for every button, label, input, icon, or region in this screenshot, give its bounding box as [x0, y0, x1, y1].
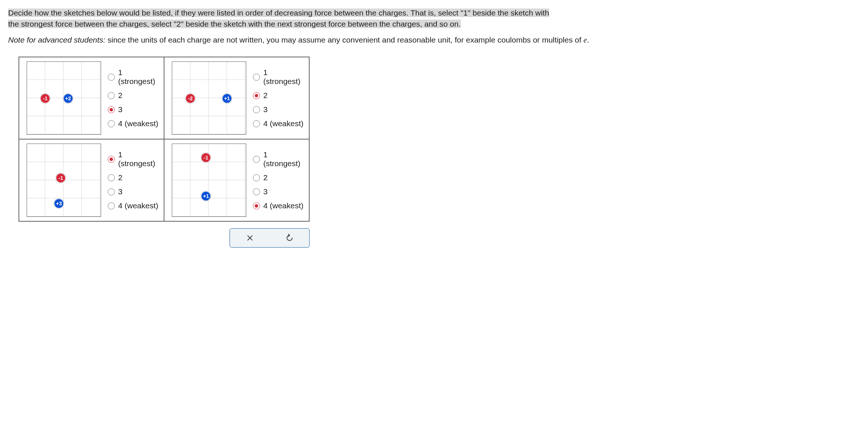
rank-options: 1 (strongest)234 (weakest) — [253, 68, 305, 128]
instruction-line-2: the strongest force between the charges,… — [8, 20, 461, 28]
grid-row: -1+31 (strongest)234 (weakest)-1+11 (str… — [19, 139, 309, 221]
rank-option[interactable]: 2 — [253, 91, 305, 100]
action-bar — [230, 228, 310, 248]
rank-option[interactable]: 2 — [253, 173, 305, 182]
positive-charge: +3 — [54, 199, 64, 208]
radio-button[interactable] — [253, 74, 260, 81]
negative-charge: -1 — [201, 153, 211, 162]
instructions-text: Decide how the sketches below would be l… — [8, 7, 860, 30]
radio-button[interactable] — [108, 188, 115, 195]
charge-sketch: -1+1 — [172, 144, 246, 217]
rank-option[interactable]: 2 — [108, 173, 160, 182]
close-icon — [247, 235, 253, 241]
rank-option-label: 3 — [118, 105, 123, 114]
radio-button[interactable] — [108, 74, 115, 81]
rank-option-label: 4 (weakest) — [118, 119, 158, 128]
negative-charge: -2 — [186, 94, 195, 103]
negative-charge: -1 — [56, 173, 66, 183]
rank-option-label: 1 (strongest) — [263, 68, 305, 86]
rank-option[interactable]: 4 (weakest) — [108, 201, 160, 210]
rank-option[interactable]: 1 (strongest) — [108, 150, 160, 168]
sketch-grid: -1+21 (strongest)234 (weakest)-2+11 (str… — [19, 57, 310, 222]
negative-charge: -1 — [40, 94, 50, 103]
note-body-b: . — [587, 36, 589, 44]
rank-option[interactable]: 3 — [253, 105, 305, 114]
sketch-cell: -2+11 (strongest)234 (weakest) — [164, 57, 309, 139]
rank-option[interactable]: 1 (strongest) — [253, 150, 305, 168]
rank-options: 1 (strongest)234 (weakest) — [253, 150, 305, 210]
rank-option[interactable]: 3 — [253, 187, 305, 196]
rank-option-label: 1 (strongest) — [118, 150, 160, 168]
radio-button[interactable] — [108, 174, 115, 181]
sketch-cell: -1+31 (strongest)234 (weakest) — [19, 139, 164, 221]
grid-row: -1+21 (strongest)234 (weakest)-2+11 (str… — [19, 57, 309, 139]
rank-option-label: 2 — [263, 173, 268, 182]
note-text: Note for advanced students: since the un… — [8, 34, 860, 46]
radio-button[interactable] — [253, 156, 260, 163]
rank-options: 1 (strongest)234 (weakest) — [108, 150, 160, 210]
rank-option-label: 1 (strongest) — [263, 150, 305, 168]
radio-button[interactable] — [253, 120, 260, 127]
note-e: e — [584, 36, 587, 44]
radio-button[interactable] — [108, 156, 115, 163]
radio-button[interactable] — [253, 202, 260, 209]
rank-option-label: 3 — [263, 105, 268, 114]
positive-charge: +2 — [63, 94, 73, 103]
rank-option-label: 4 (weakest) — [263, 201, 304, 210]
rank-option-label: 2 — [263, 91, 268, 100]
rank-option[interactable]: 3 — [108, 105, 160, 114]
rank-option[interactable]: 1 (strongest) — [253, 68, 305, 86]
reset-icon — [286, 234, 294, 242]
reset-button[interactable] — [282, 231, 297, 245]
rank-option-label: 4 (weakest) — [263, 119, 304, 128]
rank-option-label: 2 — [118, 173, 123, 182]
radio-button[interactable] — [108, 202, 115, 209]
radio-button[interactable] — [253, 174, 260, 181]
close-button[interactable] — [243, 231, 257, 245]
rank-option[interactable]: 2 — [108, 91, 160, 100]
positive-charge: +1 — [201, 191, 211, 201]
sketch-cell: -1+21 (strongest)234 (weakest) — [19, 57, 164, 139]
rank-option-label: 1 (strongest) — [118, 68, 160, 86]
radio-button[interactable] — [108, 106, 115, 113]
note-prefix: Note for advanced students: — [8, 36, 106, 44]
radio-button[interactable] — [253, 188, 260, 195]
charge-sketch: -2+1 — [172, 61, 246, 135]
rank-option[interactable]: 4 (weakest) — [253, 201, 305, 210]
rank-options: 1 (strongest)234 (weakest) — [108, 68, 160, 128]
charge-sketch: -1+2 — [27, 61, 101, 135]
charge-sketch: -1+3 — [27, 144, 101, 217]
note-body-a: since the units of each charge are not w… — [106, 36, 584, 44]
rank-option[interactable]: 4 (weakest) — [108, 119, 160, 128]
instruction-line-1: Decide how the sketches below would be l… — [8, 9, 549, 17]
rank-option-label: 2 — [118, 91, 123, 100]
radio-button[interactable] — [253, 106, 260, 113]
rank-option[interactable]: 3 — [108, 187, 160, 196]
radio-button[interactable] — [108, 120, 115, 127]
radio-button[interactable] — [253, 92, 260, 99]
radio-button[interactable] — [108, 92, 115, 99]
sketch-cell: -1+11 (strongest)234 (weakest) — [164, 139, 309, 221]
rank-option[interactable]: 4 (weakest) — [253, 119, 305, 128]
rank-option-label: 3 — [263, 187, 268, 196]
rank-option-label: 3 — [118, 187, 123, 196]
positive-charge: +1 — [222, 94, 232, 103]
rank-option-label: 4 (weakest) — [118, 201, 158, 210]
rank-option[interactable]: 1 (strongest) — [108, 68, 160, 86]
